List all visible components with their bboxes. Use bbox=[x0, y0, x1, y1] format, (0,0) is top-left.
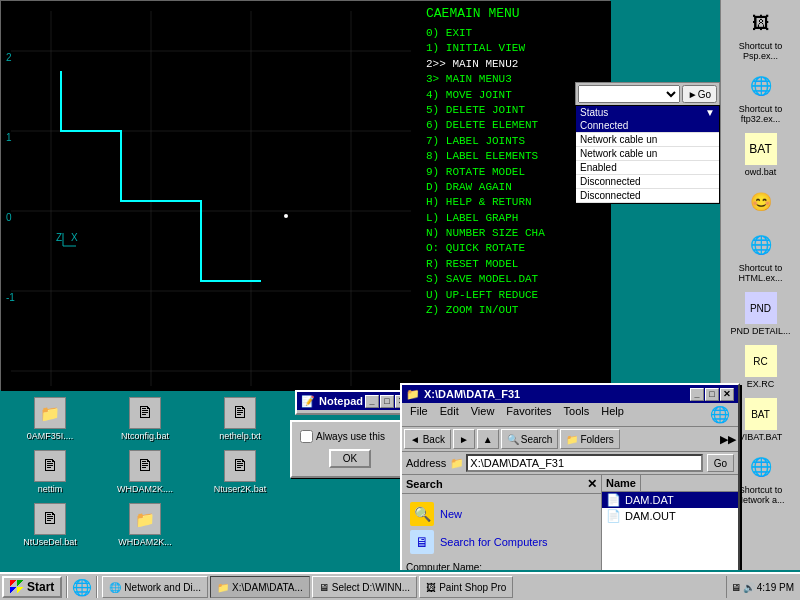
ie-icon-small: 🌐 bbox=[704, 404, 736, 425]
search-close-button[interactable]: ✕ bbox=[587, 477, 597, 491]
0amf-label: 0AMF35I.... bbox=[27, 431, 74, 441]
ok-button[interactable]: OK bbox=[329, 449, 371, 468]
file-window-controls: _ □ ✕ bbox=[690, 388, 734, 401]
dam-taskbar-icon: 📁 bbox=[217, 582, 229, 593]
network-status-disconnected1[interactable]: Disconnected bbox=[576, 175, 719, 189]
file-row-damdat[interactable]: 📄 DAM.DAT bbox=[602, 492, 738, 508]
cae-menu-item-z[interactable]: Z) ZOOM IN/OUT bbox=[426, 303, 606, 318]
back-button[interactable]: ◄ Back bbox=[404, 429, 451, 449]
dam-taskbar-label: X:\DAM\DATA... bbox=[232, 582, 303, 593]
desk-icon-ntconfig[interactable]: 🖹 Ntconfig.bat bbox=[100, 395, 190, 443]
network-status-connected[interactable]: Connected bbox=[576, 119, 719, 133]
network-status-select[interactable] bbox=[578, 85, 680, 103]
cae-menu-item-n[interactable]: N) NUMBER SIZE CHA bbox=[426, 226, 606, 241]
search-computers-btn[interactable]: 🖥 Search for Computers bbox=[410, 530, 593, 554]
sidebar-icon-ftp[interactable]: 🌐 Shortcut to ftp32.ex... bbox=[726, 68, 796, 126]
taskbar: Start 🌐 🌐 Network and Di... 📁 X:\DAM\DAT… bbox=[0, 572, 800, 600]
select-taskbar-icon: 🖥 bbox=[319, 582, 329, 593]
taskbar-btn-dam[interactable]: 📁 X:\DAM\DATA... bbox=[210, 576, 310, 598]
file-menubar: File Edit View Favorites Tools Help 🌐 bbox=[402, 403, 738, 427]
address-input[interactable] bbox=[466, 454, 702, 472]
pnddetail-icon: PND bbox=[745, 292, 777, 324]
cae-window: 2 1 0 -1 Z X CAEMAI bbox=[0, 0, 610, 390]
search-label: Search bbox=[521, 434, 553, 445]
ntuser2k-label: Ntuser2K.bat bbox=[214, 484, 267, 494]
network-status-enabled[interactable]: Enabled bbox=[576, 161, 719, 175]
ftp-label: Shortcut to ftp32.ex... bbox=[728, 104, 794, 124]
file-close[interactable]: ✕ bbox=[720, 388, 734, 401]
forward-button[interactable]: ► bbox=[453, 429, 475, 449]
file-window-title: X:\DAM\DATA_F31 bbox=[424, 388, 690, 400]
network-panel-arrow[interactable]: ▼ bbox=[705, 107, 715, 118]
sidebar-icon-html[interactable]: 🌐 Shortcut to HTML.ex... bbox=[726, 227, 796, 285]
paintshop-taskbar-label: Paint Shop Pro bbox=[439, 582, 506, 593]
search-button[interactable]: 🔍 Search bbox=[501, 429, 559, 449]
exrc-label: EX.RC bbox=[747, 379, 775, 389]
whdam2k1-icon: 🖹 bbox=[129, 450, 161, 482]
network-status-cable2[interactable]: Network cable un bbox=[576, 147, 719, 161]
files-header: Name bbox=[602, 475, 738, 492]
sidebar-icon-psp[interactable]: 🖼 Shortcut to Psp.ex... bbox=[726, 5, 796, 63]
network-go-button[interactable]: ►Go bbox=[682, 85, 717, 103]
file-content: Search ✕ 🔍 New 🖥 Search for Computers bbox=[402, 475, 738, 570]
menu-favorites[interactable]: Favorites bbox=[500, 404, 557, 425]
cae-menu-item-0[interactable]: 0) EXIT bbox=[426, 26, 606, 41]
network-panel: Status ▼ Connected Network cable un Netw… bbox=[575, 105, 720, 204]
desk-icon-ntuser2k[interactable]: 🖹 Ntuser2K.bat bbox=[195, 448, 285, 496]
cae-menu-item-o[interactable]: O: QUICK ROTATE bbox=[426, 241, 606, 256]
owd-icon: BAT bbox=[745, 133, 777, 165]
sidebar-icon-smiley[interactable]: 😊 bbox=[726, 184, 796, 222]
svg-text:2: 2 bbox=[6, 52, 12, 63]
vibat-icon: BAT bbox=[745, 398, 777, 430]
menu-file[interactable]: File bbox=[404, 404, 434, 425]
network-status-cable1[interactable]: Network cable un bbox=[576, 133, 719, 147]
svg-point-19 bbox=[284, 214, 288, 218]
desk-icon-nethelp[interactable]: 🖹 nethelp.txt bbox=[195, 395, 285, 443]
file-minimize[interactable]: _ bbox=[690, 388, 704, 401]
sidebar-icon-pnddetail[interactable]: PND PND DETAIL... bbox=[726, 290, 796, 338]
search-header-label: Search bbox=[406, 478, 443, 490]
sidebar-icon-owd[interactable]: BAT owd.bat bbox=[726, 131, 796, 179]
taskbar-btn-paintshop[interactable]: 🖼 Paint Shop Pro bbox=[419, 576, 513, 598]
network-taskbar-label: Network and Di... bbox=[124, 582, 201, 593]
taskbar-btn-network[interactable]: 🌐 Network and Di... bbox=[102, 576, 208, 598]
desk-icon-nettim[interactable]: 🖹 nettim bbox=[5, 448, 95, 496]
network-panel-header: Status ▼ bbox=[576, 106, 719, 119]
desk-icon-whdam2k1[interactable]: 🖹 WHDAM2K.... bbox=[100, 448, 190, 496]
file-window-icon: 📁 bbox=[406, 388, 420, 401]
select-taskbar-label: Select D:\WINN... bbox=[332, 582, 410, 593]
start-button[interactable]: Start bbox=[2, 576, 62, 598]
ntconfig-label: Ntconfig.bat bbox=[121, 431, 169, 441]
menu-edit[interactable]: Edit bbox=[434, 404, 465, 425]
network-status-disconnected2[interactable]: Disconnected bbox=[576, 189, 719, 203]
search-icon: 🔍 bbox=[507, 434, 519, 445]
menu-tools[interactable]: Tools bbox=[558, 404, 596, 425]
taskbar-btn-select[interactable]: 🖥 Select D:\WINN... bbox=[312, 576, 417, 598]
notepad-minimize[interactable]: _ bbox=[365, 395, 379, 408]
desk-icon-whdam2k2[interactable]: 📁 WHDAM2K... bbox=[100, 501, 190, 549]
pnddetail-label: PND DETAIL... bbox=[731, 326, 791, 336]
desk-icon-0amf[interactable]: 📁 0AMF35I.... bbox=[5, 395, 95, 443]
search-new-btn[interactable]: 🔍 New bbox=[410, 502, 593, 526]
cae-menu-item-r[interactable]: R) RESET MODEL bbox=[426, 257, 606, 272]
go-button[interactable]: Go bbox=[707, 454, 734, 472]
menu-view[interactable]: View bbox=[465, 404, 501, 425]
cae-menu-item-1[interactable]: 1) INITIAL VIEW bbox=[426, 41, 606, 56]
notepad-titlebar: 📝 Notepad _ □ ✕ bbox=[297, 392, 413, 410]
cae-diagram: 2 1 0 -1 Z X bbox=[1, 1, 421, 391]
notepad-window: 📝 Notepad _ □ ✕ bbox=[295, 390, 415, 415]
cae-menu-item-s[interactable]: S) SAVE MODEL.DAT bbox=[426, 272, 606, 287]
folders-button[interactable]: 📁 Folders bbox=[560, 429, 619, 449]
notepad-maximize[interactable]: □ bbox=[380, 395, 394, 408]
cae-menu-title: CAEMAIN MENU bbox=[426, 6, 606, 21]
menu-help[interactable]: Help bbox=[595, 404, 630, 425]
file-maximize[interactable]: □ bbox=[705, 388, 719, 401]
cae-menu-item-l[interactable]: L) LABEL GRAPH bbox=[426, 211, 606, 226]
cae-menu-item-2[interactable]: 2>> MAIN MENU2 bbox=[426, 57, 606, 72]
taskbar-ie-icon[interactable]: 🌐 bbox=[72, 578, 92, 597]
up-button[interactable]: ▲ bbox=[477, 429, 499, 449]
desk-icon-ntusedel[interactable]: 🖹 NtUseDel.bat bbox=[5, 501, 95, 549]
always-use-checkbox[interactable] bbox=[300, 430, 313, 443]
file-row-damout[interactable]: 📄 DAM.OUT bbox=[602, 508, 738, 524]
cae-menu-item-u[interactable]: U) UP-LEFT REDUCE bbox=[426, 288, 606, 303]
